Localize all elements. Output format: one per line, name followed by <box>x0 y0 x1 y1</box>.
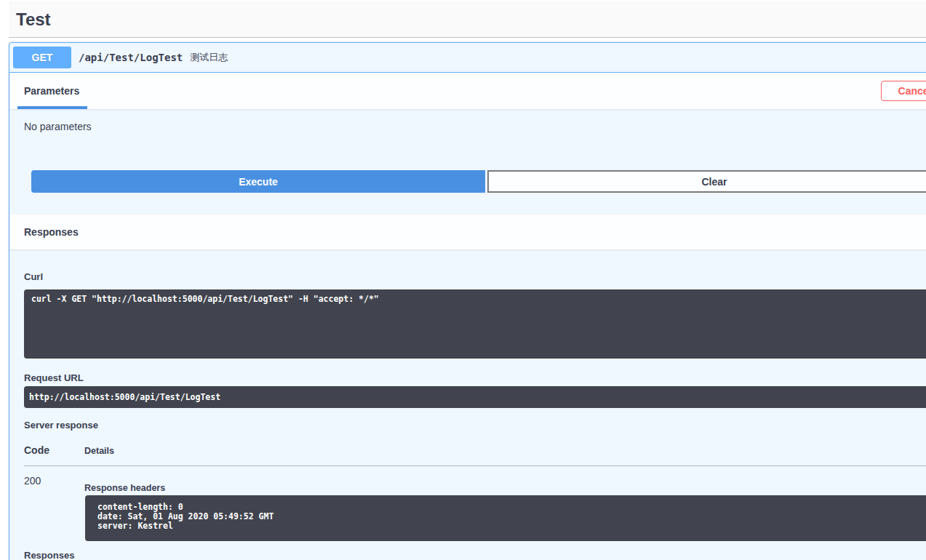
no-parameters-message: No parameters <box>9 109 926 148</box>
tag-section-header[interactable]: Test <box>9 1 926 38</box>
method-badge: GET <box>13 47 71 68</box>
request-url-value: http://localhost:5000/api/Test/LogTest <box>24 386 926 408</box>
documented-responses-label: Responses <box>24 550 926 560</box>
response-headers-label: Response headers <box>84 483 926 493</box>
responses-title: Responses <box>24 226 79 238</box>
opblock-summary[interactable]: GET /api/Test/LogTest 测试日志 <box>9 43 926 73</box>
response-headers-block: content-length: 0 date: Sat, 01 Aug 2020… <box>85 495 926 541</box>
details-column-header: Details <box>84 431 926 466</box>
code-column-header: Code <box>24 431 84 466</box>
execute-button[interactable]: Execute <box>31 170 485 193</box>
swagger-page: Test GET /api/Test/LogTest 测试日志 Paramete… <box>9 0 926 560</box>
server-response-label: Server response <box>24 420 926 431</box>
cancel-button[interactable]: Cancel <box>881 81 926 101</box>
parameters-section-header: Parameters Cancel <box>9 73 926 109</box>
response-details-cell: Response headers content-length: 0 date:… <box>84 466 926 542</box>
responses-inner: Curl curl -X GET "http://localhost:5000/… <box>9 249 926 560</box>
operation-description: 测试日志 <box>190 51 228 64</box>
execute-button-group: Execute Clear <box>9 148 926 215</box>
request-url-label: Request URL <box>24 372 926 383</box>
responses-section-header: Responses <box>9 215 926 249</box>
parameters-tab[interactable]: Parameters <box>24 85 79 97</box>
curl-command[interactable]: curl -X GET "http://localhost:5000/api/T… <box>24 289 926 359</box>
clear-button[interactable]: Clear <box>487 170 926 193</box>
live-response-table: Code Details 200 Response headers conten… <box>24 431 926 541</box>
operation-path: /api/Test/LogTest <box>79 52 183 63</box>
active-tab-underline <box>17 106 87 109</box>
response-status-code: 200 <box>24 466 84 542</box>
live-response-row: 200 Response headers content-length: 0 d… <box>24 466 926 542</box>
tag-title: Test <box>16 8 51 31</box>
opblock-get: GET /api/Test/LogTest 测试日志 Parameters Ca… <box>9 42 926 560</box>
curl-label: Curl <box>24 271 926 282</box>
table-header-row: Code Details <box>24 431 926 466</box>
